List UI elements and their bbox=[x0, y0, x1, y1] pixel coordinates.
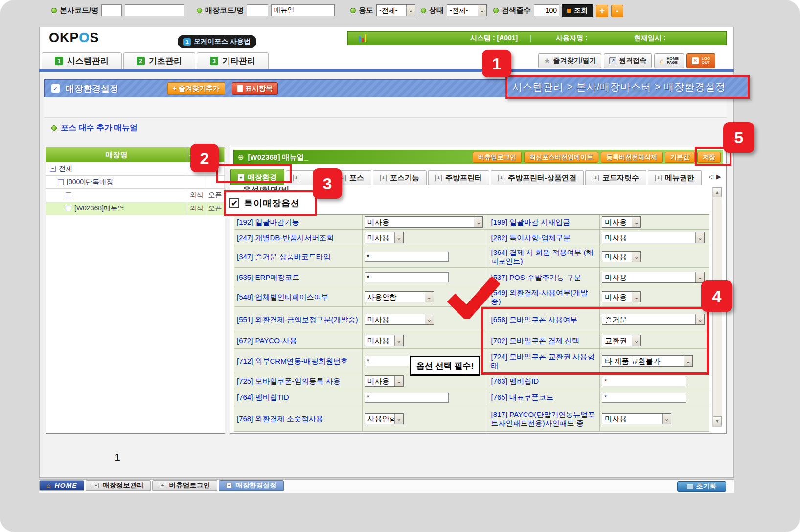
setting-input[interactable] bbox=[365, 252, 449, 262]
default-value-button[interactable]: 기본값 bbox=[665, 152, 695, 163]
setting-input[interactable] bbox=[602, 376, 686, 386]
datetime-label: 현재일시 : bbox=[634, 34, 666, 43]
setting-select[interactable]: 미사용⌄ bbox=[365, 232, 404, 243]
detail-tab-label: 코드자릿수 bbox=[602, 173, 639, 183]
setting-select[interactable]: 미사용⌄ bbox=[365, 314, 434, 325]
footer-tab-store-env[interactable]: + 매장환경설정 bbox=[219, 480, 284, 491]
display-items-button[interactable]: 표시항목 bbox=[232, 82, 278, 95]
usage-label: 용도 bbox=[359, 6, 373, 15]
breadcrumb: 시스템관리 > 본사/매장마스터 > 매장환경설정 bbox=[507, 80, 726, 93]
setting-select[interactable]: 미사용⌄ bbox=[602, 291, 641, 302]
logout-button[interactable]: ✕ LOGOUT bbox=[686, 53, 715, 68]
detail-tabs: +매장환경++포스+포스기능+주방프린터+주방프린터-상품연결+코드자릿수+메뉴… bbox=[230, 169, 702, 185]
status-select[interactable]: -전체-⌄ bbox=[447, 4, 487, 16]
detail-tab[interactable]: +주방프린터 bbox=[428, 170, 489, 185]
tree-row[interactable]: 외식오픈 bbox=[46, 189, 225, 202]
red-checkmark bbox=[446, 277, 500, 319]
dropdown-arrow-icon: ⌄ bbox=[632, 217, 640, 227]
tab-system-management[interactable]: 1 시스템관리 bbox=[42, 52, 122, 69]
setting-select[interactable]: 미사용⌄ bbox=[602, 413, 671, 424]
detail-title-bar: ⊕ [W02368] 매뉴얼_ 버츄얼로그인최신포스버전업데이트등록버전전체삭제… bbox=[233, 150, 723, 164]
footer-tab-store-info[interactable]: + 매장정보관리 bbox=[86, 480, 151, 491]
footer-tab-label: 버츄얼로그인 bbox=[169, 481, 210, 490]
setting-select[interactable]: 미사용⌄ bbox=[602, 216, 641, 228]
tree-pagination[interactable]: 1 bbox=[108, 451, 127, 463]
favorites-open-button[interactable]: ★ 즐겨찾기/열기 bbox=[538, 53, 601, 68]
hq-name-input[interactable] bbox=[125, 4, 184, 16]
tab-other-management[interactable]: 3 기타관리 bbox=[197, 52, 269, 69]
setting-select[interactable]: 미사용⌄ bbox=[602, 251, 641, 262]
usage-guide-button[interactable]: 1 오케이포스 사용법 bbox=[178, 35, 256, 48]
hq-code-input[interactable] bbox=[101, 4, 122, 16]
store-name-input[interactable] bbox=[271, 4, 335, 16]
scroll-up-icon[interactable]: ▲ bbox=[713, 187, 722, 197]
setting-label: [763] 멤버쉽ID bbox=[491, 377, 539, 386]
remote-access-button[interactable]: ↗ 원격접속 bbox=[604, 53, 652, 68]
annotation-box-mobile-coupon bbox=[481, 307, 709, 375]
scroll-down-icon[interactable]: ▼ bbox=[713, 416, 722, 426]
search-button-label: 조회 bbox=[574, 6, 588, 15]
detail-tab-label: 포스기능 bbox=[390, 173, 419, 183]
hq-code-group: 본사코드/명 bbox=[51, 4, 184, 16]
collapse-icon[interactable]: − bbox=[50, 166, 56, 172]
footer-tab-virtual-login[interactable]: + 버츄얼로그인 bbox=[152, 480, 217, 491]
store-code-input[interactable] bbox=[247, 4, 268, 16]
checkbox-icon: ✓ bbox=[51, 84, 60, 93]
pos-version-update-button[interactable]: 최신포스버전업데이트 bbox=[524, 152, 598, 163]
setting-select[interactable]: 미사용⌄ bbox=[365, 216, 483, 228]
status-label: 상태 bbox=[429, 6, 444, 15]
virtual-login-button[interactable]: 버츄얼로그인 bbox=[473, 152, 522, 163]
add-row-button[interactable]: + bbox=[596, 5, 608, 17]
setting-select[interactable]: 미사용⌄ bbox=[365, 375, 404, 387]
search-bar bbox=[44, 97, 727, 118]
setting-label: [535] ERP매장코드 bbox=[237, 273, 299, 282]
setting-label: [548] 업체별인터페이스여부 bbox=[237, 293, 329, 301]
setting-input[interactable] bbox=[602, 393, 686, 403]
search-button[interactable]: 조회 bbox=[562, 4, 593, 17]
setting-label: [765] 대표쿠폰코드 bbox=[491, 393, 553, 402]
plus-square-icon: + bbox=[380, 175, 387, 181]
tree-row[interactable]: [W02368]매뉴얼외식오픈 bbox=[46, 202, 225, 215]
setting-label: [192] 일괄마감기능 bbox=[237, 218, 299, 227]
special-option-checkbox[interactable]: ✔ bbox=[229, 198, 239, 208]
circle-plus-icon[interactable]: ⊕ bbox=[238, 153, 244, 162]
node-icon[interactable] bbox=[66, 192, 71, 198]
plus-square-icon: + bbox=[498, 175, 504, 181]
store-code-group: 매장코드/명 bbox=[197, 4, 335, 16]
remove-row-button[interactable]: - bbox=[611, 5, 623, 17]
plus-square-icon: + bbox=[435, 175, 442, 181]
detail-tab[interactable]: +포스기능 bbox=[373, 170, 427, 185]
tab-basic-management[interactable]: 2 기초관리 bbox=[123, 52, 195, 69]
homepage-button[interactable]: ⌂ HOMEPAGE bbox=[654, 53, 684, 68]
tree-row[interactable]: −[0000]단독매장 bbox=[46, 176, 225, 189]
setting-input[interactable] bbox=[365, 272, 449, 282]
footer-tab-home[interactable]: ⌂ HOME bbox=[39, 480, 84, 491]
reset-button[interactable]: 초기화 bbox=[677, 481, 726, 492]
usage-select[interactable]: -전체-⌄ bbox=[376, 4, 415, 16]
plus-square-icon: + bbox=[226, 483, 232, 488]
setting-select[interactable]: 미사용⌄ bbox=[365, 335, 404, 346]
node-icon[interactable] bbox=[66, 206, 71, 211]
setting-select[interactable]: 미사용⌄ bbox=[602, 272, 705, 283]
pos-add-manual-link[interactable]: 포스 대수 추가 매뉴얼 bbox=[51, 123, 137, 133]
add-favorite-button[interactable]: + 즐겨찾기추가 bbox=[167, 82, 225, 95]
setting-select[interactable]: 미사용⌄ bbox=[602, 232, 705, 243]
row-count-input[interactable] bbox=[534, 4, 559, 16]
system-status-bar: 시스템 : [A001] | 사용자명 : 현재일시 : bbox=[347, 31, 727, 45]
dropdown-arrow-icon: ⌄ bbox=[662, 414, 671, 424]
footer-tabs: ⌂ HOME + 매장정보관리 + 버츄얼로그인 + 매장환경설정 bbox=[39, 480, 284, 491]
delete-all-versions-button[interactable]: 등록버전전체삭제 bbox=[601, 152, 663, 163]
collapse-icon[interactable]: − bbox=[58, 179, 64, 185]
homepage-label: HOMEPAGE bbox=[667, 57, 679, 65]
detail-tab[interactable]: +주방프린터-상품연결 bbox=[491, 170, 584, 185]
usage-num-icon: 1 bbox=[183, 38, 191, 46]
setting-select[interactable]: 사용안함⌄ bbox=[365, 413, 404, 424]
tab-scroll-left-icon[interactable]: ◁ bbox=[709, 173, 713, 180]
detail-tab[interactable]: +코드자릿수 bbox=[585, 170, 646, 185]
setting-select[interactable]: 사용안함⌄ bbox=[365, 291, 434, 302]
detail-tab[interactable]: +메뉴권한 bbox=[648, 170, 702, 185]
tab-scroll-right-icon[interactable]: ▶ bbox=[716, 173, 721, 180]
dropdown-arrow-icon: ⌄ bbox=[394, 414, 403, 424]
setting-input[interactable] bbox=[365, 393, 449, 403]
plus-square-icon: + bbox=[293, 175, 299, 181]
